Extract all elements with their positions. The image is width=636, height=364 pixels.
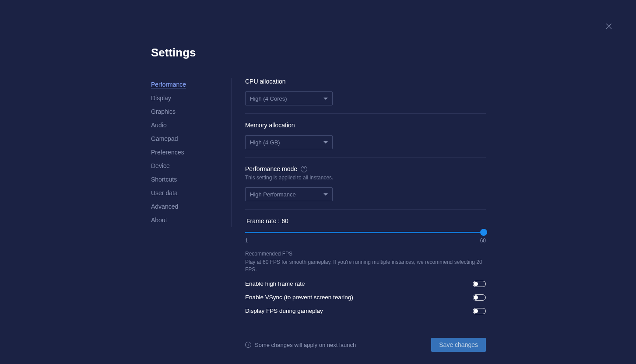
memory-allocation-select[interactable]: High (4 GB) xyxy=(245,135,333,149)
sidebar-item-label: About xyxy=(151,217,167,224)
frame-rate-max: 60 xyxy=(480,238,486,244)
help-icon[interactable]: ? xyxy=(301,166,307,172)
performance-mode-label-text: Performance mode xyxy=(245,165,297,172)
footer-note-text: Some changes will apply on next launch xyxy=(255,342,356,348)
enable-high-frame-rate-label: Enable high frame rate xyxy=(245,280,305,287)
page-title: Settings xyxy=(151,46,486,60)
enable-vsync-toggle[interactable] xyxy=(473,294,486,301)
performance-mode-select[interactable]: High Performance xyxy=(245,187,333,201)
recommended-fps-title: Recommended FPS xyxy=(245,251,486,257)
close-icon xyxy=(604,22,613,31)
toggle-knob xyxy=(474,282,478,286)
sidebar-item-graphics[interactable]: Graphics xyxy=(151,105,227,119)
toggle-knob xyxy=(474,309,478,313)
slider-track-line xyxy=(245,232,486,233)
display-fps-toggle[interactable] xyxy=(473,308,486,314)
sidebar-item-label: Audio xyxy=(151,122,167,129)
cpu-allocation-label: CPU allocation xyxy=(245,78,486,85)
sidebar-item-label: Gamepad xyxy=(151,135,178,142)
performance-mode-label: Performance mode ? xyxy=(245,165,486,172)
save-changes-button[interactable]: Save changes xyxy=(431,338,486,352)
enable-vsync-label: Enable VSync (to prevent screen tearing) xyxy=(245,294,353,301)
sidebar-item-preferences[interactable]: Preferences xyxy=(151,146,227,159)
sidebar-item-label: Preferences xyxy=(151,149,184,156)
sidebar-item-advanced[interactable]: Advanced xyxy=(151,200,227,214)
sidebar-item-audio[interactable]: Audio xyxy=(151,119,227,132)
settings-sidebar: PerformanceDisplayGraphicsAudioGamepadPr… xyxy=(151,78,232,227)
chevron-down-icon xyxy=(323,98,328,100)
sidebar-item-label: Advanced xyxy=(151,203,178,210)
performance-mode-subtext: This setting is applied to all instances… xyxy=(245,175,486,181)
sidebar-item-label: Graphics xyxy=(151,108,176,115)
sidebar-item-shortcuts[interactable]: Shortcuts xyxy=(151,173,227,186)
sidebar-item-display[interactable]: Display xyxy=(151,91,227,105)
toggle-knob xyxy=(474,295,478,300)
sidebar-item-label: User data xyxy=(151,189,178,196)
footer-note: i Some changes will apply on next launch xyxy=(245,342,356,348)
frame-rate-title: Frame rate : 60 xyxy=(246,217,486,224)
enable-high-frame-rate-toggle[interactable] xyxy=(473,281,486,287)
info-icon: i xyxy=(245,342,251,348)
sidebar-item-about[interactable]: About xyxy=(151,214,227,227)
display-fps-label: Display FPS during gameplay xyxy=(245,308,323,314)
cpu-allocation-select[interactable]: High (4 Cores) xyxy=(245,91,333,105)
recommended-fps-text: Play at 60 FPS for smooth gameplay. If y… xyxy=(245,259,486,273)
performance-mode-value: High Performance xyxy=(250,191,296,198)
sidebar-item-device[interactable]: Device xyxy=(151,159,227,173)
chevron-down-icon xyxy=(323,193,328,196)
sidebar-item-performance[interactable]: Performance xyxy=(151,78,227,91)
chevron-down-icon xyxy=(323,141,328,144)
frame-rate-min: 1 xyxy=(245,238,248,244)
close-button[interactable] xyxy=(604,21,614,32)
memory-allocation-label: Memory allocation xyxy=(245,122,486,129)
settings-main: CPU allocation High (4 Cores) Memory all… xyxy=(232,78,486,352)
sidebar-item-user-data[interactable]: User data xyxy=(151,186,227,200)
slider-thumb[interactable] xyxy=(480,229,487,236)
sidebar-item-label: Device xyxy=(151,162,170,169)
sidebar-item-label: Display xyxy=(151,94,171,102)
sidebar-item-gamepad[interactable]: Gamepad xyxy=(151,132,227,146)
sidebar-item-label: Shortcuts xyxy=(151,176,177,183)
frame-rate-slider[interactable] xyxy=(245,229,486,236)
cpu-allocation-value: High (4 Cores) xyxy=(250,95,287,102)
memory-allocation-value: High (4 GB) xyxy=(250,139,280,146)
sidebar-item-label: Performance xyxy=(151,81,186,88)
